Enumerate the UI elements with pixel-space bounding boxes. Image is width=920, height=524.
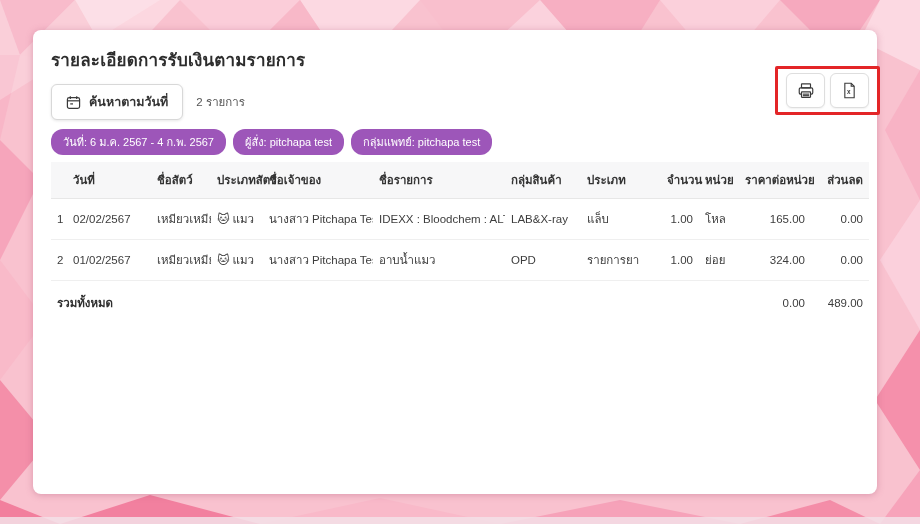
col-pet-type: ประเภทสัตว์	[211, 162, 263, 199]
col-unit: หน่วย	[699, 162, 739, 199]
calendar-icon	[66, 95, 81, 110]
search-by-date-label: ค้นหาตามวันที่	[89, 92, 168, 112]
excel-file-icon: x	[841, 82, 858, 99]
row-item-name: อาบน้ำแมว	[373, 240, 505, 281]
export-excel-button[interactable]: x	[830, 73, 869, 108]
table-row: 2 01/02/2567 เหมียวเหมียว 🐱แมว นางสาว Pi…	[51, 240, 869, 281]
col-pet-name: ชื่อสัตว์	[151, 162, 211, 199]
col-discount: ส่วนลด	[811, 162, 869, 199]
total-unit-price: 0.00	[739, 281, 811, 324]
report-table: วันที่ ชื่อสัตว์ ประเภทสัตว์ ชื่อเจ้าของ…	[51, 162, 869, 323]
row-qty: 1.00	[661, 199, 699, 240]
col-product-group: กลุ่มสินค้า	[505, 162, 581, 199]
print-button[interactable]	[786, 73, 825, 108]
col-index	[51, 162, 67, 199]
row-item-name: IDEXX : Bloodchem : ALT : SGPT	[373, 199, 505, 240]
pet-type-label: แมว	[233, 213, 254, 225]
toolbar: ค้นหาตามวันที่ 2 รายการ	[51, 84, 869, 120]
col-item-name: ชื่อรายการ	[373, 162, 505, 199]
row-unit-price: 324.00	[739, 240, 811, 281]
filter-pill-orderer: ผู้สั่ง: pitchapa test	[233, 129, 344, 155]
row-index: 2	[51, 240, 67, 281]
row-unit: โหล	[699, 199, 739, 240]
filter-pill-doctor-group: กลุ่มแพทย์: pitchapa test	[351, 129, 492, 155]
filter-pills: วันที่: 6 ม.ค. 2567 - 4 ก.พ. 2567 ผู้สั่…	[51, 129, 869, 155]
row-owner: นางสาว Pitchapa Test	[263, 199, 373, 240]
col-qty: จำนวน	[661, 162, 699, 199]
row-product-group: LAB&X-ray	[505, 199, 581, 240]
row-type: รายการยา	[581, 240, 661, 281]
row-pet-name: เหมียวเหมียว	[151, 240, 211, 281]
table-header-row: วันที่ ชื่อสัตว์ ประเภทสัตว์ ชื่อเจ้าของ…	[51, 162, 869, 199]
result-count: 2 รายการ	[196, 93, 245, 111]
total-row: รวมทั้งหมด 0.00 489.00	[51, 281, 869, 324]
col-date: วันที่	[67, 162, 151, 199]
filter-pill-date-range: วันที่: 6 ม.ค. 2567 - 4 ก.พ. 2567	[51, 129, 226, 155]
pet-type-label: แมว	[233, 254, 254, 266]
cat-face-icon: 🐱	[217, 253, 230, 267]
svg-text:x: x	[847, 88, 851, 95]
row-product-group: OPD	[505, 240, 581, 281]
row-unit-price: 165.00	[739, 199, 811, 240]
total-label: รวมทั้งหมด	[51, 281, 739, 324]
row-qty: 1.00	[661, 240, 699, 281]
col-type: ประเภท	[581, 162, 661, 199]
report-card: รายละเอียดการรับเงินตามรายการ ค้นหาตามวั…	[33, 30, 877, 494]
cat-face-icon: 🐱	[217, 212, 230, 226]
table-row: 1 02/02/2567 เหมียวเหมียว 🐱แมว นางสาว Pi…	[51, 199, 869, 240]
printer-icon	[797, 82, 815, 100]
total-discount: 489.00	[811, 281, 869, 324]
row-owner: นางสาว Pitchapa Test	[263, 240, 373, 281]
row-pet-type: 🐱แมว	[211, 240, 263, 281]
row-discount: 0.00	[811, 199, 869, 240]
col-unit-price: ราคาต่อหน่วย	[739, 162, 811, 199]
row-type: แล็บ	[581, 199, 661, 240]
row-discount: 0.00	[811, 240, 869, 281]
row-pet-type: 🐱แมว	[211, 199, 263, 240]
highlight-annotation: x	[775, 66, 880, 115]
row-date: 01/02/2567	[67, 240, 151, 281]
row-index: 1	[51, 199, 67, 240]
page-title: รายละเอียดการรับเงินตามรายการ	[51, 46, 869, 73]
search-by-date-button[interactable]: ค้นหาตามวันที่	[51, 84, 183, 120]
col-owner: ชื่อเจ้าของ	[263, 162, 373, 199]
row-pet-name: เหมียวเหมียว	[151, 199, 211, 240]
row-date: 02/02/2567	[67, 199, 151, 240]
row-unit: ย่อย	[699, 240, 739, 281]
